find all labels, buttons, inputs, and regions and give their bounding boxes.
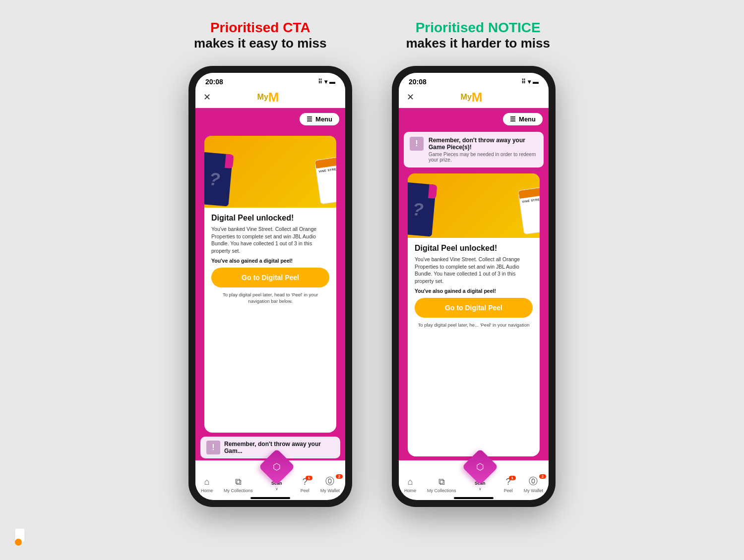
left-phone-inner: 20:08 ⠿ ▾ ▬ ✕ My M ☰ bbox=[195, 73, 345, 500]
right-orange-strip bbox=[518, 187, 540, 199]
right-nav-wallet-wrap: ⓪ 2 My Wallet bbox=[524, 475, 543, 493]
left-nav-peel[interactable]: ? 1 Peel bbox=[301, 477, 310, 493]
right-status-bar: 20:08 ⠿ ▾ ▬ bbox=[399, 73, 549, 88]
left-close-icon[interactable]: ✕ bbox=[203, 92, 211, 103]
right-status-icons: ⠿ ▾ ▬ bbox=[521, 78, 539, 85]
left-card-dark: ? bbox=[204, 152, 233, 206]
left-main-card: VINE STREET ? Digital Peel unlocked! You… bbox=[204, 136, 336, 433]
left-scan-icon: ⬡ bbox=[273, 461, 281, 472]
left-menu-button[interactable]: ☰ Menu bbox=[300, 113, 339, 125]
left-home-label: Home bbox=[201, 488, 213, 493]
left-collections-label: My Collections bbox=[224, 488, 253, 493]
right-peel-label: Peel bbox=[504, 488, 513, 493]
left-question-mark: ? bbox=[208, 168, 221, 190]
right-main-card: VINE STREET ? Digital Peel unlocked! You… bbox=[408, 173, 540, 456]
left-card-footer: To play digital peel later, head to 'Pee… bbox=[211, 291, 329, 305]
left-wallet-icon: ⓪ bbox=[325, 475, 334, 487]
right-card-desc: You've banked Vine Street. Collect all O… bbox=[415, 256, 533, 285]
right-phone-content: ☰ Menu ! Remember, don't throw away your… bbox=[399, 108, 549, 460]
watermark bbox=[10, 523, 30, 550]
right-scan-icon: ⬡ bbox=[476, 461, 484, 472]
right-top-bar: ✕ My M bbox=[399, 88, 549, 108]
right-wifi-icon: ▾ bbox=[528, 78, 531, 85]
right-card-footer: To play digital peel later, he... 'Peel'… bbox=[415, 322, 533, 328]
left-peel-badge: 1 bbox=[306, 476, 312, 480]
left-notice-icon: ! bbox=[206, 441, 220, 454]
right-title-sub: makes it harder to miss bbox=[406, 36, 550, 51]
left-card-bold: You've also gained a digital peel! bbox=[211, 258, 329, 264]
right-card-dark: ? bbox=[408, 182, 436, 236]
left-card-desc: You've banked Vine Street. Collect all O… bbox=[211, 225, 329, 255]
left-title-sub: makes it easy to miss bbox=[194, 36, 326, 51]
left-phone: 20:08 ⠿ ▾ ▬ ✕ My M ☰ bbox=[188, 66, 352, 507]
left-pink-tab bbox=[225, 154, 234, 168]
left-nav-wallet[interactable]: ⓪ 2 My Wallet bbox=[320, 475, 340, 493]
right-pink-tab bbox=[428, 184, 437, 199]
right-card-white: VINE STREET bbox=[518, 187, 540, 235]
right-logo-m: M bbox=[472, 91, 483, 104]
left-collections-icon: ⧉ bbox=[235, 477, 242, 487]
left-nav-wallet-wrap: ⓪ 2 My Wallet bbox=[320, 475, 340, 493]
right-wallet-badge: 2 bbox=[539, 474, 546, 479]
left-bottom-nav: ⌂ Home ⧉ My Collections ⬡ Scan ∨ bbox=[195, 460, 345, 497]
right-notice-banner: ! Remember, don't throw away your Game P… bbox=[404, 132, 544, 168]
right-collections-label: My Collections bbox=[427, 488, 456, 493]
right-menu-button[interactable]: ☰ Menu bbox=[503, 113, 543, 125]
right-home-indicator bbox=[454, 497, 494, 499]
left-status-bar: 20:08 ⠿ ▾ ▬ bbox=[195, 73, 345, 88]
right-nav-home[interactable]: ⌂ Home bbox=[404, 477, 416, 493]
right-nav-peel[interactable]: ? 1 Peel bbox=[504, 477, 513, 493]
left-top-bar: ✕ My M bbox=[195, 88, 345, 108]
right-home-label: Home bbox=[404, 488, 416, 493]
right-cta-button[interactable]: Go to Digital Peel bbox=[415, 298, 533, 318]
right-column-title: Prioritised NOTICE makes it harder to mi… bbox=[406, 20, 550, 51]
right-vine-street: VINE STREET bbox=[522, 197, 540, 203]
right-nav-peel-wrap: ? 1 Peel bbox=[504, 477, 513, 493]
left-card-white: VINE STREET bbox=[314, 157, 336, 205]
left-cta-button[interactable]: Go to Digital Peel bbox=[211, 268, 329, 287]
right-wallet-icon: ⓪ bbox=[529, 475, 538, 487]
right-close-icon[interactable]: ✕ bbox=[407, 92, 414, 103]
right-phone-inner: 20:08 ⠿ ▾ ▬ ✕ My M ☰ bbox=[399, 73, 549, 500]
left-wallet-badge: 2 bbox=[336, 474, 343, 479]
right-status-time: 20:08 bbox=[409, 78, 427, 86]
right-notice-title: Remember, don't throw away your Game Pie… bbox=[429, 137, 538, 151]
phones-container: 20:08 ⠿ ▾ ▬ ✕ My M ☰ bbox=[188, 66, 556, 507]
right-notice-text: Remember, don't throw away your Game Pie… bbox=[429, 137, 538, 163]
left-nav-home[interactable]: ⌂ Home bbox=[201, 477, 213, 493]
right-menu-label: Menu bbox=[519, 115, 536, 123]
right-nav-collections[interactable]: ⧉ My Collections bbox=[427, 477, 456, 493]
right-scan-chevron: ∨ bbox=[479, 487, 482, 491]
right-card-title: Digital Peel unlocked! bbox=[415, 244, 533, 253]
left-vine-street: VINE STREET bbox=[318, 167, 336, 173]
left-home-indicator bbox=[250, 497, 290, 499]
left-card-image: VINE STREET ? bbox=[204, 136, 336, 208]
left-logo-my: My bbox=[257, 93, 268, 102]
right-phone: 20:08 ⠿ ▾ ▬ ✕ My M ☰ bbox=[392, 66, 556, 507]
left-status-time: 20:08 bbox=[205, 78, 223, 86]
right-hamburger-icon: ☰ bbox=[510, 115, 516, 123]
right-bottom-nav: ⌂ Home ⧉ My Collections ⬡ Scan ∨ bbox=[399, 460, 549, 497]
right-scan-button[interactable]: ⬡ Scan ∨ bbox=[467, 464, 493, 491]
left-nav-peel-wrap: ? 1 Peel bbox=[301, 477, 310, 493]
left-mymcd-logo: My M bbox=[257, 91, 279, 104]
right-card-body: Digital Peel unlocked! You've banked Vin… bbox=[408, 238, 540, 456]
left-scan-inner: ⬡ bbox=[273, 461, 281, 472]
left-menu-label: Menu bbox=[315, 115, 332, 123]
left-phone-content: ☰ Menu VINE STREET bbox=[195, 108, 345, 460]
hamburger-icon: ☰ bbox=[307, 115, 312, 123]
left-column-title: Prioritised CTA makes it easy to miss bbox=[194, 20, 326, 51]
right-scan-inner: ⬡ bbox=[476, 461, 484, 472]
left-wallet-label: My Wallet bbox=[320, 488, 340, 493]
right-nav-wallet[interactable]: ⓪ 2 My Wallet bbox=[524, 475, 543, 493]
left-scan-button[interactable]: ⬡ Scan ∨ bbox=[264, 464, 290, 491]
svg-point-1 bbox=[15, 539, 22, 546]
right-card-image: VINE STREET ? bbox=[408, 173, 540, 238]
signal-icon: ⠿ bbox=[318, 78, 322, 85]
left-peel-label: Peel bbox=[301, 488, 310, 493]
right-wallet-label: My Wallet bbox=[524, 488, 543, 493]
left-scan-chevron: ∨ bbox=[275, 487, 278, 491]
left-nav-collections[interactable]: ⧉ My Collections bbox=[224, 477, 253, 493]
battery-icon: ▬ bbox=[329, 78, 335, 85]
left-card-title: Digital Peel unlocked! bbox=[211, 214, 329, 223]
